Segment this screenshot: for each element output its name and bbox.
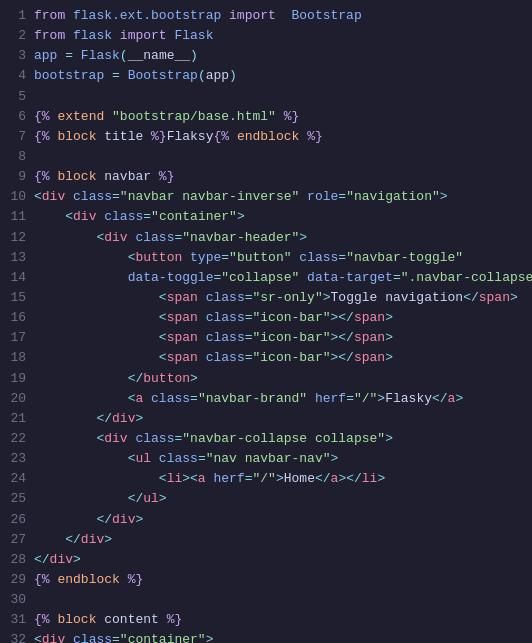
token: span — [354, 330, 385, 345]
token: = — [338, 250, 346, 265]
token: Flask — [174, 28, 213, 43]
token — [34, 371, 128, 386]
token: > — [73, 552, 81, 567]
token: ></ — [331, 310, 354, 325]
token: div — [104, 230, 127, 245]
token — [34, 491, 128, 506]
token: </ — [96, 512, 112, 527]
token: = — [143, 209, 151, 224]
token: data-toggle — [128, 270, 214, 285]
line-number-3: 3 — [6, 46, 26, 66]
token: class — [151, 391, 190, 406]
token: class — [159, 451, 198, 466]
token: ".navbar-collapse" — [401, 270, 532, 285]
token: {% — [213, 129, 229, 144]
token: div — [50, 552, 73, 567]
code-line-26: </div> — [34, 510, 522, 530]
token: "icon-bar" — [253, 350, 331, 365]
token: ></ — [331, 350, 354, 365]
code-line-16: <span class="icon-bar"></span> — [34, 308, 522, 328]
token: > — [135, 411, 143, 426]
code-line-8 — [34, 147, 522, 167]
token — [34, 512, 96, 527]
token: %} — [307, 129, 323, 144]
token: %} — [151, 129, 167, 144]
token: = — [245, 290, 253, 305]
token — [229, 129, 237, 144]
token: button — [135, 250, 182, 265]
token: app — [206, 68, 229, 83]
token: ( — [198, 68, 206, 83]
token: Bootstrap — [128, 68, 198, 83]
token — [120, 572, 128, 587]
token — [34, 230, 96, 245]
token: "icon-bar" — [253, 330, 331, 345]
token: "collapse" — [221, 270, 299, 285]
token: class — [73, 189, 112, 204]
token: "container" — [120, 632, 206, 643]
token — [34, 532, 65, 547]
line-number-26: 26 — [6, 510, 26, 530]
token: > — [190, 371, 198, 386]
token: from — [34, 28, 73, 43]
token: ) — [190, 48, 198, 63]
token: ul — [135, 451, 151, 466]
code-line-25: </ul> — [34, 489, 522, 509]
token: = — [112, 68, 120, 83]
token: block — [57, 169, 96, 184]
line-number-7: 7 — [6, 127, 26, 147]
line-number-10: 10 — [6, 187, 26, 207]
token: div — [42, 632, 65, 643]
token: > — [385, 330, 393, 345]
code-line-3: app = Flask(__name__) — [34, 46, 522, 66]
token: > — [510, 290, 518, 305]
token: herf — [315, 391, 346, 406]
token: = — [245, 330, 253, 345]
token — [34, 270, 128, 285]
token — [299, 189, 307, 204]
token — [34, 250, 128, 265]
token: class — [206, 290, 245, 305]
code-line-18: <span class="icon-bar"></span> — [34, 348, 522, 368]
token: "container" — [151, 209, 237, 224]
token: extend — [57, 109, 104, 124]
token: type — [190, 250, 221, 265]
token: {% — [34, 612, 50, 627]
token: ) — [229, 68, 237, 83]
code-line-27: </div> — [34, 530, 522, 550]
token: navbar — [96, 169, 158, 184]
token: > — [323, 290, 331, 305]
token — [198, 330, 206, 345]
token: > — [104, 532, 112, 547]
line-number-6: 6 — [6, 107, 26, 127]
code-line-17: <span class="icon-bar"></span> — [34, 328, 522, 348]
line-number-30: 30 — [6, 590, 26, 610]
token: class — [73, 632, 112, 643]
code-line-9: {% block navbar %} — [34, 167, 522, 187]
token — [120, 68, 128, 83]
line-number-2: 2 — [6, 26, 26, 46]
token: "/" — [253, 471, 276, 486]
token: > — [385, 431, 393, 446]
token: {% — [34, 129, 50, 144]
code-line-30 — [34, 590, 522, 610]
token: </ — [96, 411, 112, 426]
token: < — [159, 330, 167, 345]
token: </ — [315, 471, 331, 486]
line-number-31: 31 — [6, 610, 26, 630]
token: a — [198, 471, 206, 486]
token: {% — [34, 572, 50, 587]
token: = — [346, 391, 354, 406]
line-number-17: 17 — [6, 328, 26, 348]
token — [34, 471, 159, 486]
token: < — [159, 471, 167, 486]
token — [299, 129, 307, 144]
code-line-24: <li><a herf="/">Home</a></li> — [34, 469, 522, 489]
line-number-24: 24 — [6, 469, 26, 489]
token: title — [96, 129, 151, 144]
token: class — [206, 350, 245, 365]
line-number-22: 22 — [6, 429, 26, 449]
token: span — [479, 290, 510, 305]
code-line-22: <div class="navbar-collapse collapse"> — [34, 429, 522, 449]
token — [34, 431, 96, 446]
